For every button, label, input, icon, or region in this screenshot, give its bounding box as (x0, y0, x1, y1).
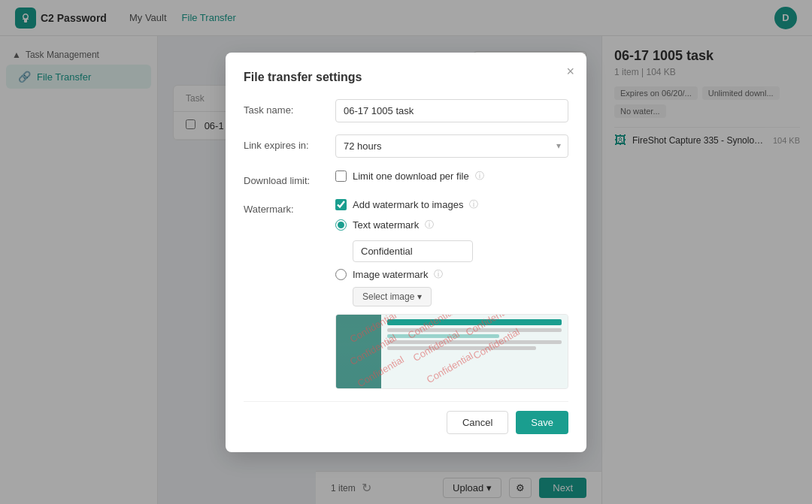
preview-bar-4 (387, 340, 562, 344)
download-limit-checkbox-row: Limit one download per file ⓘ (335, 170, 568, 183)
preview-mock-content: Confidential Confidential Confidential C… (336, 315, 568, 388)
link-expires-select[interactable]: 1 hour 24 hours 48 hours 72 hours 7 days… (335, 134, 568, 158)
watermark-label: Watermark: (244, 198, 326, 215)
select-image-label: Select image (362, 291, 414, 302)
modal-title: File transfer settings (244, 71, 568, 84)
download-limit-row: Download limit: Limit one download per f… (244, 170, 568, 186)
image-watermark-info-icon[interactable]: ⓘ (434, 268, 443, 281)
text-watermark-input[interactable] (353, 240, 473, 262)
text-watermark-info-icon[interactable]: ⓘ (425, 219, 434, 231)
link-expires-row: Link expires in: 1 hour 24 hours 48 hour… (244, 134, 568, 158)
task-name-control (335, 99, 568, 122)
select-image-button[interactable]: Select image ▾ (353, 287, 432, 306)
watermark-checkbox-row: Add watermark to images ⓘ (335, 198, 568, 211)
image-watermark-radio-label: Image watermark (353, 269, 428, 280)
download-limit-info-icon[interactable]: ⓘ (475, 170, 484, 183)
watermark-radio-group: Text watermark ⓘ Image watermark ⓘ (335, 219, 568, 306)
watermark-preview: Confidential Confidential Confidential C… (335, 314, 568, 389)
download-limit-label: Download limit: (244, 170, 326, 186)
image-watermark-radio-row: Image watermark ⓘ (335, 268, 568, 281)
task-name-row: Task name: (244, 99, 568, 122)
task-name-label: Task name: (244, 99, 326, 116)
select-image-row: Select image ▾ (335, 287, 568, 306)
select-image-chevron-icon: ▾ (417, 291, 422, 302)
link-expires-select-wrap: 1 hour 24 hours 48 hours 72 hours 7 days… (335, 134, 568, 158)
save-button[interactable]: Save (516, 411, 568, 434)
watermark-checkbox[interactable] (335, 199, 347, 210)
preview-bar-3 (387, 334, 499, 338)
preview-sidebar (336, 315, 381, 388)
text-watermark-radio[interactable] (335, 219, 347, 231)
preview-content (381, 315, 568, 388)
image-watermark-radio[interactable] (335, 269, 347, 280)
modal-close-button[interactable]: × (566, 65, 574, 78)
watermark-checkbox-label: Add watermark to images (353, 199, 463, 210)
task-name-input[interactable] (335, 99, 568, 122)
watermark-row: Watermark: Add watermark to images ⓘ Tex… (244, 198, 568, 389)
link-expires-control: 1 hour 24 hours 48 hours 72 hours 7 days… (335, 134, 568, 158)
text-watermark-radio-row: Text watermark ⓘ (335, 219, 568, 231)
modal-footer: Cancel Save (244, 401, 568, 434)
watermark-info-icon[interactable]: ⓘ (469, 198, 478, 211)
download-limit-checkbox[interactable] (335, 171, 347, 182)
modal-overlay: File transfer settings × Task name: Link… (0, 0, 812, 504)
link-expires-label: Link expires in: (244, 134, 326, 151)
download-limit-checkbox-label: Limit one download per file (353, 171, 469, 182)
watermark-control: Add watermark to images ⓘ Text watermark… (335, 198, 568, 389)
preview-bar-5 (387, 346, 536, 350)
download-limit-control: Limit one download per file ⓘ (335, 170, 568, 183)
file-transfer-settings-modal: File transfer settings × Task name: Link… (226, 53, 586, 452)
cancel-button[interactable]: Cancel (447, 411, 508, 434)
preview-bar-1 (387, 319, 562, 325)
text-watermark-radio-label: Text watermark (353, 219, 419, 231)
text-watermark-input-row (335, 237, 568, 262)
preview-bar-2 (387, 328, 562, 332)
